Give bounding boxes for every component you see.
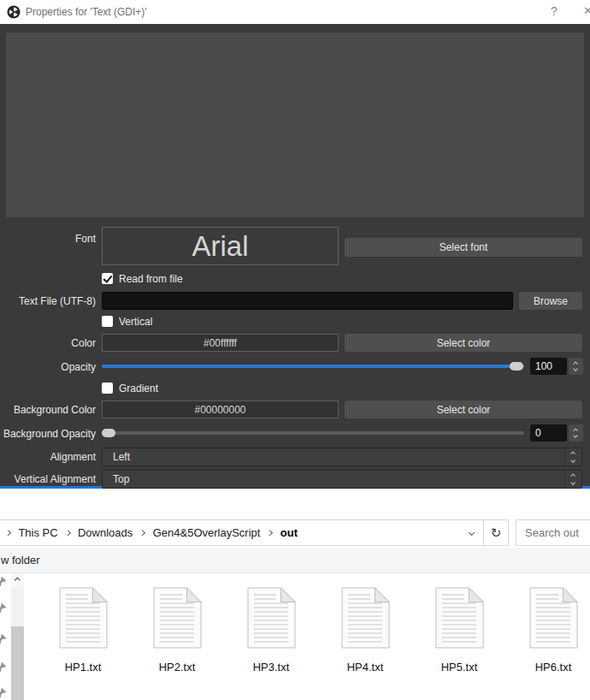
background-opacity-slider-handle[interactable] <box>102 429 115 437</box>
text-file-icon <box>59 587 108 649</box>
pin-icon[interactable] <box>0 633 7 647</box>
opacity-slider[interactable] <box>102 365 524 368</box>
dropdown-arrows[interactable] <box>564 448 581 466</box>
source-preview-canvas <box>6 33 584 217</box>
background-opacity-slider[interactable] <box>102 431 524 435</box>
browse-button[interactable]: Browse <box>519 292 582 310</box>
scrollbar-thumb[interactable] <box>11 626 24 700</box>
file-tile[interactable]: HP6.txt <box>506 587 590 673</box>
breadcrumb-separator-icon[interactable] <box>267 530 274 537</box>
breadcrumb-item-downloads[interactable]: Downloads <box>78 526 133 539</box>
pin-icon[interactable] <box>0 661 7 675</box>
file-list-area: HP1.txt HP2.txt HP3.txt HP4.txt HP5.txt <box>0 573 590 700</box>
select-color-button[interactable]: Select color <box>345 334 582 352</box>
file-name[interactable]: HP2.txt <box>159 661 196 673</box>
scrollbar-up-button[interactable] <box>11 573 24 587</box>
chevron-up-icon <box>571 473 576 478</box>
address-bar-controls: ↻ <box>461 520 508 545</box>
vertical-alignment-dropdown[interactable]: Top <box>102 470 582 489</box>
file-tile[interactable]: HP2.txt <box>130 587 224 673</box>
gradient-checkbox[interactable] <box>102 383 113 394</box>
help-button[interactable]: ? <box>546 4 563 20</box>
alignment-dropdown[interactable]: Left <box>102 448 582 466</box>
file-explorer-window: This PC Downloads Gen4&5OverlayScript ou… <box>0 491 590 700</box>
text-file-icon <box>435 587 484 649</box>
file-name[interactable]: HP4.txt <box>347 661 384 673</box>
file-tile[interactable]: HP5.txt <box>412 587 506 673</box>
opacity-label: Opacity <box>0 361 96 373</box>
file-name[interactable]: HP3.txt <box>253 661 290 673</box>
file-grid: HP1.txt HP2.txt HP3.txt HP4.txt HP5.txt <box>36 587 590 673</box>
text-file-icon <box>153 587 202 649</box>
vertical-scrollbar[interactable] <box>11 573 24 700</box>
spin-down-icon[interactable] <box>574 366 579 371</box>
text-file-icon <box>247 587 296 649</box>
address-bar[interactable]: This PC Downloads Gen4&5OverlayScript ou… <box>0 519 509 546</box>
opacity-slider-handle[interactable] <box>510 362 523 371</box>
file-tile[interactable]: HP4.txt <box>318 587 412 673</box>
background-color-value-box: #00000000 <box>102 400 339 418</box>
dialog-title: Properties for 'Text (GDI+)' <box>26 6 147 18</box>
file-tile[interactable]: HP1.txt <box>36 587 130 673</box>
background-opacity-value: 0 <box>530 424 567 442</box>
select-font-button[interactable]: Select font <box>345 238 582 257</box>
gradient-label: Gradient <box>119 383 158 394</box>
spin-down-icon[interactable] <box>574 433 579 438</box>
pin-icon[interactable] <box>0 602 7 616</box>
font-label: Font <box>0 233 96 245</box>
chevron-up-icon <box>15 578 20 583</box>
background-opacity-spin-arrows[interactable] <box>569 424 583 442</box>
close-button[interactable]: ✕ <box>583 4 590 20</box>
chevron-up-icon <box>571 451 576 456</box>
alignment-label: Alignment <box>0 451 96 463</box>
obs-logo-icon <box>7 5 21 19</box>
chevron-down-icon <box>469 530 475 537</box>
spin-up-icon[interactable] <box>574 361 579 366</box>
color-value-box: #00ffffff <box>102 334 339 352</box>
file-name[interactable]: HP1.txt <box>65 661 102 673</box>
obs-properties-dialog: Font Arial Select font Read from file Te… <box>0 24 590 489</box>
vertical-alignment-label: Vertical Alignment <box>0 473 96 485</box>
screen: Properties for 'Text (GDI+)' ? ✕ Font Ar… <box>0 0 590 700</box>
background-color-label: Background Color <box>0 404 96 416</box>
vertical-label: Vertical <box>119 316 152 328</box>
font-preview-text: Arial <box>192 230 248 263</box>
refresh-button[interactable]: ↻ <box>484 520 508 545</box>
pin-icon[interactable] <box>0 687 7 700</box>
text-file-icon <box>341 587 390 649</box>
opacity-spinbox[interactable]: 100 <box>530 358 583 375</box>
vertical-checkbox[interactable] <box>102 316 113 327</box>
text-file-input[interactable] <box>102 292 513 310</box>
pin-icon[interactable] <box>0 576 7 590</box>
address-dropdown-button[interactable] <box>461 520 483 545</box>
breadcrumb-item-script-folder[interactable]: Gen4&5OverlayScript <box>153 526 261 539</box>
chevron-down-icon <box>571 480 576 485</box>
alignment-value: Left <box>113 451 130 463</box>
background-select-color-button[interactable]: Select color <box>345 400 582 418</box>
read-from-file-checkbox[interactable] <box>102 273 113 284</box>
new-folder-button-partial[interactable]: w folder <box>1 554 40 567</box>
search-box[interactable] <box>516 519 590 546</box>
breadcrumb-root-chevron-icon[interactable] <box>5 530 12 537</box>
file-name[interactable]: HP6.txt <box>535 661 572 673</box>
dropdown-arrows[interactable] <box>564 471 581 488</box>
file-name[interactable]: HP5.txt <box>441 661 478 673</box>
read-from-file-label: Read from file <box>119 273 183 285</box>
text-file-label: Text File (UTF-8) <box>0 295 96 307</box>
explorer-command-bar: w folder <box>0 548 590 573</box>
obs-dialog-titlebar: Properties for 'Text (GDI+)' ? ✕ <box>0 0 590 24</box>
text-file-icon <box>529 587 578 649</box>
breadcrumb-item-this-pc[interactable]: This PC <box>18 526 57 539</box>
breadcrumb-separator-icon[interactable] <box>139 530 146 537</box>
opacity-spin-arrows[interactable] <box>569 358 583 375</box>
background-opacity-spinbox[interactable]: 0 <box>530 424 583 442</box>
vertical-alignment-value: Top <box>113 473 129 485</box>
search-input[interactable] <box>516 520 590 545</box>
opacity-value: 100 <box>530 358 567 375</box>
breadcrumb-separator-icon[interactable] <box>64 530 71 537</box>
breadcrumb: This PC Downloads Gen4&5OverlayScript ou… <box>0 526 461 539</box>
breadcrumb-item-out[interactable]: out <box>280 526 298 539</box>
file-tile[interactable]: HP3.txt <box>224 587 318 673</box>
font-preview-box: Arial <box>102 227 339 265</box>
spin-up-icon[interactable] <box>574 428 579 433</box>
